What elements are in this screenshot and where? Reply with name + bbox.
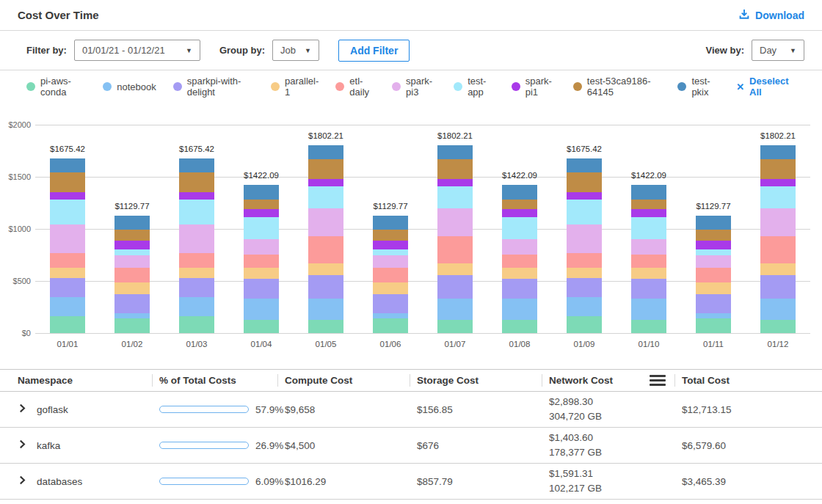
legend-item-notebook[interactable]: notebook bbox=[103, 81, 156, 92]
bar-segment-notebook[interactable] bbox=[308, 299, 343, 319]
menu-icon[interactable] bbox=[650, 375, 666, 386]
bar-segment-test-pkix[interactable] bbox=[244, 185, 279, 200]
bar-segment-notebook[interactable] bbox=[179, 297, 214, 317]
bar-segment-sparkpi-with-delight[interactable] bbox=[114, 294, 150, 314]
bar-segment-parallel-1[interactable] bbox=[696, 282, 731, 294]
bar-segment-parallel-1[interactable] bbox=[50, 268, 85, 278]
bar-segment-spark-pi1[interactable] bbox=[373, 241, 408, 249]
bar-segment-spark-pi3[interactable] bbox=[244, 239, 279, 255]
bar-segment-pi-aws-conda[interactable] bbox=[631, 320, 666, 333]
namespace-cell[interactable]: goflask bbox=[0, 403, 152, 415]
bar-segment-sparkpi-with-delight[interactable] bbox=[631, 279, 666, 298]
column-header-storage-cost[interactable]: Storage Cost bbox=[410, 370, 542, 391]
bar-segment-spark-pi3[interactable] bbox=[50, 224, 85, 253]
bar-segment-etl-daily[interactable] bbox=[437, 236, 473, 263]
bar-segment-test-pkix[interactable] bbox=[50, 158, 85, 172]
bar-segment-etl-daily[interactable] bbox=[179, 253, 214, 268]
bar-segment-etl-daily[interactable] bbox=[308, 236, 343, 263]
column-header-network-cost[interactable]: Network Cost bbox=[542, 370, 674, 391]
expand-chevron-icon[interactable] bbox=[18, 475, 27, 487]
bar-segment-pi-aws-conda[interactable] bbox=[244, 320, 279, 333]
bar-segment-test-pkix[interactable] bbox=[179, 158, 214, 172]
bar-segment-sparkpi-with-delight[interactable] bbox=[373, 294, 408, 314]
bar-segment-spark-pi1[interactable] bbox=[50, 192, 85, 200]
bar-segment-spark-pi3[interactable] bbox=[567, 224, 602, 253]
bar-segment-spark-pi1[interactable] bbox=[760, 179, 796, 186]
bar-segment-test-app[interactable] bbox=[631, 217, 666, 239]
bar-segment-parallel-1[interactable] bbox=[631, 268, 666, 279]
bar-segment-spark-pi3[interactable] bbox=[502, 239, 537, 255]
bar-segment-sparkpi-with-delight[interactable] bbox=[308, 275, 343, 299]
bar-segment-sparkpi-with-delight[interactable] bbox=[437, 275, 473, 299]
column-header-namespace[interactable]: Namespace bbox=[0, 370, 152, 391]
bar-segment-test-app[interactable] bbox=[696, 249, 731, 255]
bar-segment-sparkpi-with-delight[interactable] bbox=[179, 278, 214, 297]
bar-segment-spark-pi1[interactable] bbox=[696, 241, 731, 249]
bar-segment-spark-pi1[interactable] bbox=[631, 209, 666, 217]
bar-segment-test-53ca9186-64145[interactable] bbox=[244, 200, 279, 209]
bar-segment-test-pkix[interactable] bbox=[502, 185, 537, 200]
bar-segment-etl-daily[interactable] bbox=[567, 253, 602, 268]
bar-segment-test-53ca9186-64145[interactable] bbox=[760, 159, 796, 179]
bar-segment-notebook[interactable] bbox=[760, 299, 796, 319]
legend-item-test-pkix[interactable]: test-pkix bbox=[677, 76, 719, 98]
bar-segment-test-app[interactable] bbox=[114, 249, 150, 255]
legend-item-etl-daily[interactable]: etl-daily bbox=[335, 76, 375, 98]
bar-segment-test-app[interactable] bbox=[179, 200, 214, 224]
bar-segment-notebook[interactable] bbox=[244, 299, 279, 320]
bar-segment-notebook[interactable] bbox=[502, 299, 537, 320]
bar-segment-test-app[interactable] bbox=[567, 200, 602, 224]
bar-segment-etl-daily[interactable] bbox=[114, 268, 150, 282]
bar-segment-test-app[interactable] bbox=[308, 186, 343, 208]
bar-segment-parallel-1[interactable] bbox=[502, 268, 537, 279]
bar-segment-etl-daily[interactable] bbox=[373, 268, 408, 282]
bar-segment-notebook[interactable] bbox=[567, 297, 602, 317]
namespace-cell[interactable]: databases bbox=[0, 475, 152, 487]
bar-segment-parallel-1[interactable] bbox=[760, 263, 796, 276]
bar-segment-test-53ca9186-64145[interactable] bbox=[114, 230, 150, 241]
bar-segment-parallel-1[interactable] bbox=[114, 282, 150, 294]
bar-segment-pi-aws-conda[interactable] bbox=[50, 316, 85, 333]
bar-segment-test-53ca9186-64145[interactable] bbox=[631, 200, 666, 209]
bar-segment-spark-pi1[interactable] bbox=[114, 241, 150, 249]
bar-segment-sparkpi-with-delight[interactable] bbox=[760, 275, 796, 299]
bar-segment-test-53ca9186-64145[interactable] bbox=[696, 230, 731, 241]
bar-segment-sparkpi-with-delight[interactable] bbox=[567, 278, 602, 297]
bar-segment-test-53ca9186-64145[interactable] bbox=[567, 172, 602, 192]
view-by-select[interactable]: Day ▼ bbox=[752, 40, 804, 61]
bar-segment-sparkpi-with-delight[interactable] bbox=[502, 279, 537, 298]
bar-segment-pi-aws-conda[interactable] bbox=[114, 318, 150, 333]
bar-segment-test-53ca9186-64145[interactable] bbox=[308, 159, 343, 179]
bar-segment-pi-aws-conda[interactable] bbox=[179, 316, 214, 333]
bar-segment-test-pkix[interactable] bbox=[631, 185, 666, 200]
bar-segment-spark-pi3[interactable] bbox=[308, 208, 343, 236]
bar-segment-spark-pi1[interactable] bbox=[244, 209, 279, 217]
bar-segment-sparkpi-with-delight[interactable] bbox=[50, 278, 85, 297]
bar-segment-notebook[interactable] bbox=[50, 297, 85, 317]
bar-segment-test-pkix[interactable] bbox=[567, 158, 602, 172]
bar-segment-test-pkix[interactable] bbox=[760, 145, 796, 158]
bar-segment-pi-aws-conda[interactable] bbox=[308, 320, 343, 333]
legend-item-test-53ca9186-64145[interactable]: test-53ca9186-64145 bbox=[573, 76, 661, 98]
deselect-all-button[interactable]: ✕ Deselect All bbox=[736, 76, 793, 98]
bar-segment-etl-daily[interactable] bbox=[502, 255, 537, 269]
bar-segment-spark-pi3[interactable] bbox=[114, 255, 150, 268]
bar-segment-parallel-1[interactable] bbox=[567, 268, 602, 278]
bar-segment-spark-pi3[interactable] bbox=[631, 239, 666, 255]
download-button[interactable]: Download bbox=[738, 8, 804, 22]
bar-segment-test-53ca9186-64145[interactable] bbox=[179, 172, 214, 192]
bar-segment-spark-pi1[interactable] bbox=[567, 192, 602, 200]
bar-segment-pi-aws-conda[interactable] bbox=[373, 318, 408, 333]
bar-segment-test-app[interactable] bbox=[50, 200, 85, 224]
bar-segment-test-53ca9186-64145[interactable] bbox=[373, 230, 408, 241]
bar-segment-spark-pi1[interactable] bbox=[502, 209, 537, 217]
bar-segment-parallel-1[interactable] bbox=[179, 268, 214, 278]
bar-segment-spark-pi3[interactable] bbox=[179, 224, 214, 253]
bar-segment-parallel-1[interactable] bbox=[437, 263, 473, 276]
group-by-select[interactable]: Job ▼ bbox=[272, 40, 319, 61]
bar-segment-spark-pi1[interactable] bbox=[179, 192, 214, 200]
bar-segment-test-app[interactable] bbox=[760, 186, 796, 208]
column-header--of-total-costs[interactable]: % of Total Costs bbox=[152, 370, 277, 391]
bar-segment-test-pkix[interactable] bbox=[114, 216, 150, 230]
bar-segment-test-pkix[interactable] bbox=[373, 216, 408, 230]
